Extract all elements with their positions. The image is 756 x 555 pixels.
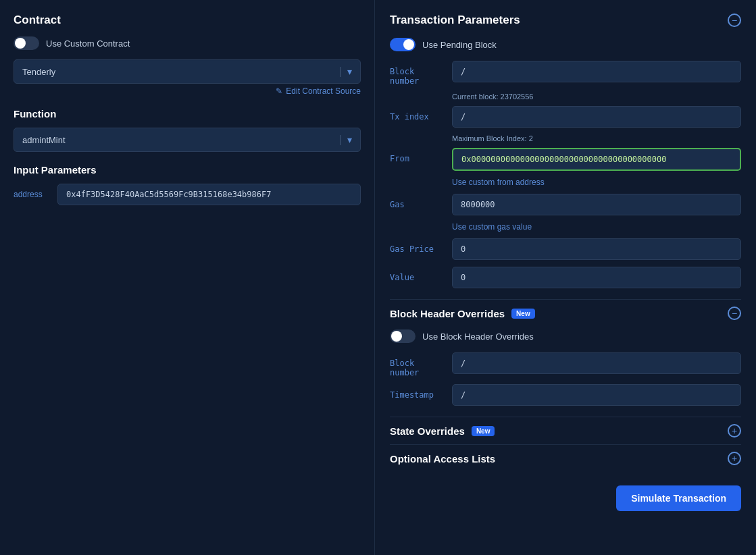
function-dropdown-value: admintMint (22, 135, 66, 145)
gas-price-label: Gas Price (390, 238, 444, 254)
bh-block-number-input[interactable] (452, 352, 741, 374)
bh-timestamp-input[interactable] (452, 384, 741, 406)
gas-input[interactable] (452, 194, 741, 215)
function-dropdown[interactable]: admintMint | ▾ (14, 128, 361, 152)
block-number-input[interactable] (452, 61, 741, 82)
block-header-title: Block Header Overrides (390, 308, 505, 319)
use-block-header-label: Use Block Header Overrides (422, 332, 534, 342)
dropdown-separator-fn: | (339, 134, 342, 146)
bh-block-number-row: Block number (390, 352, 741, 377)
value-row: Value (390, 267, 741, 288)
from-label: From (390, 148, 444, 163)
expand-access-lists-button[interactable]: + (728, 452, 741, 465)
param-input-address[interactable] (57, 184, 361, 205)
tp-title: Transaction Parameters (390, 14, 520, 27)
gas-row: Gas (390, 194, 741, 215)
state-overrides-title: State Overrides (390, 425, 465, 437)
custom-gas-link[interactable]: Use custom gas value (452, 222, 741, 232)
tx-index-label: Tx index (390, 106, 444, 122)
param-label-address: address (14, 190, 51, 199)
contract-dropdown-value: Tenderly (22, 67, 55, 77)
edit-contract-link[interactable]: ✎ Edit Contract Source (14, 86, 361, 96)
custom-contract-label: Use Custom Contract (46, 38, 130, 49)
custom-contract-toggle-row: Use Custom Contract (14, 36, 361, 50)
pending-block-toggle[interactable] (390, 38, 415, 51)
use-block-header-toggle-row: Use Block Header Overrides (390, 329, 741, 343)
gas-price-input[interactable] (452, 238, 741, 260)
edit-icon: ✎ (276, 86, 282, 96)
gas-price-row: Gas Price (390, 238, 741, 260)
transaction-params-header: Transaction Parameters − (390, 14, 741, 27)
state-overrides-section[interactable]: State Overrides New + (390, 417, 741, 444)
current-block-text: Current block: 23702556 (452, 92, 741, 101)
block-header-left: Block Header Overrides New (390, 308, 535, 319)
simulate-btn-row: Simulate Transaction (390, 485, 741, 518)
gas-label: Gas (390, 194, 444, 209)
contract-dropdown[interactable]: Tenderly | ▾ (14, 59, 361, 84)
block-header-badge: New (511, 309, 535, 319)
chevron-down-fn-icon: ▾ (347, 134, 352, 145)
block-header-section: Block Header Overrides New − (390, 299, 741, 320)
input-params-title: Input Parameters (14, 164, 361, 176)
state-overrides-badge: New (472, 426, 495, 436)
plus-icon-so: + (732, 426, 737, 435)
optional-access-section[interactable]: Optional Access Lists + (390, 444, 741, 472)
use-block-header-toggle[interactable] (390, 329, 415, 343)
tx-index-input[interactable] (452, 106, 741, 128)
expand-state-overrides-button[interactable]: + (728, 424, 741, 438)
block-number-label: Block number (390, 61, 444, 86)
from-input[interactable] (452, 148, 741, 171)
custom-contract-toggle[interactable] (14, 36, 39, 50)
collapse-block-header-button[interactable]: − (728, 307, 741, 320)
value-input[interactable] (452, 267, 741, 288)
custom-from-link[interactable]: Use custom from address (452, 178, 741, 187)
max-block-index-text: Maximum Block Index: 2 (452, 134, 741, 142)
dropdown-separator: | (339, 65, 342, 78)
block-number-row: Block number (390, 61, 741, 86)
bh-block-number-label: Block number (390, 352, 444, 377)
tx-index-row: Tx index (390, 106, 741, 128)
chevron-down-icon: ▾ (347, 66, 352, 77)
state-overrides-left: State Overrides New (390, 425, 495, 437)
minus-icon-bh: − (732, 309, 737, 318)
minus-icon: − (732, 16, 737, 25)
function-section-title: Function (14, 108, 361, 120)
pending-block-label: Use Pending Block (422, 40, 497, 50)
right-panel: Transaction Parameters − Use Pending Blo… (375, 0, 756, 555)
optional-access-title: Optional Access Lists (390, 453, 495, 465)
pending-block-toggle-row: Use Pending Block (390, 38, 741, 51)
simulate-transaction-button[interactable]: Simulate Transaction (616, 485, 741, 511)
from-row: From (390, 148, 741, 171)
collapse-tp-button[interactable]: − (728, 14, 741, 27)
param-row-address: address (14, 184, 361, 205)
contract-section-title: Contract (14, 14, 361, 27)
bh-timestamp-row: Timestamp (390, 384, 741, 406)
value-label: Value (390, 267, 444, 282)
edit-contract-label: Edit Contract Source (286, 86, 361, 96)
left-panel: Contract Use Custom Contract Tenderly | … (0, 0, 375, 555)
bh-timestamp-label: Timestamp (390, 384, 444, 400)
plus-icon-al: + (732, 454, 737, 463)
